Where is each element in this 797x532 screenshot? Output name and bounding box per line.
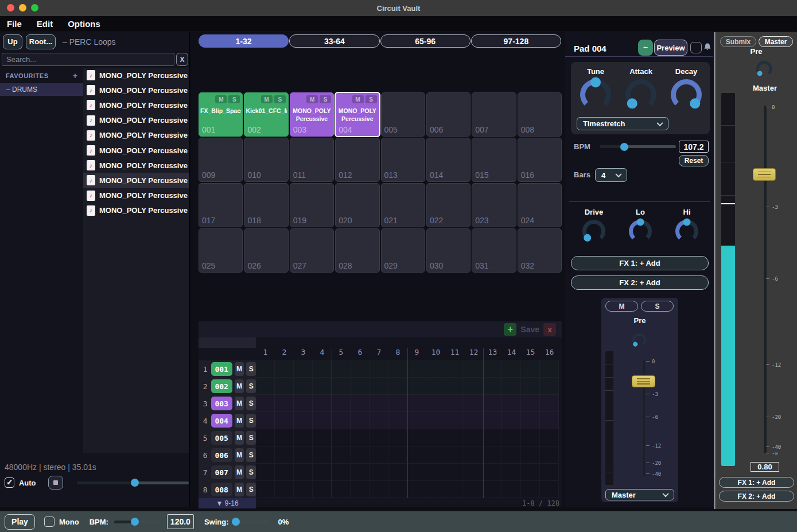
step-cell[interactable] (540, 395, 559, 412)
bank-tab[interactable]: 33-64 (289, 34, 379, 48)
step-cell[interactable] (313, 360, 332, 378)
pad-mute-chip[interactable]: M (352, 95, 364, 103)
pad[interactable]: 010 (244, 138, 288, 182)
pad[interactable]: 013 (381, 138, 425, 182)
step-cell[interactable] (426, 360, 445, 378)
row-pad-chip[interactable]: 002 (211, 379, 232, 393)
transport-bpm-slider[interactable] (114, 521, 160, 523)
step-cell[interactable] (483, 360, 502, 378)
pad[interactable]: 024 (518, 183, 562, 227)
step-cell[interactable] (388, 481, 407, 498)
step-grid[interactable] (256, 360, 559, 498)
pad-mute-chip[interactable]: M (215, 95, 227, 103)
pad[interactable]: 015 (472, 138, 516, 182)
step-cell[interactable] (407, 464, 426, 481)
step-cell[interactable] (464, 412, 483, 429)
step-cell[interactable] (426, 446, 445, 464)
pad[interactable]: 008 (518, 92, 562, 137)
drive-knob[interactable] (582, 220, 605, 243)
step-cell[interactable] (521, 360, 540, 378)
master-fx2-add-button[interactable]: FX 2: + Add (719, 491, 794, 502)
step-cell[interactable] (540, 360, 559, 378)
step-cell[interactable] (332, 378, 351, 395)
reset-bpm-button[interactable]: Reset (679, 155, 709, 166)
step-cell[interactable] (275, 360, 294, 378)
pad[interactable]: 007 (472, 92, 516, 137)
pad-fader-handle[interactable] (632, 375, 655, 387)
file-list-item[interactable]: ♪MONO_POLY Percussive Lo... (83, 173, 189, 188)
pad[interactable]: MSMONO_POLY Percussive Lo...003 (290, 92, 334, 137)
step-cell[interactable] (332, 481, 351, 498)
pad[interactable]: 014 (426, 138, 471, 182)
pad-solo-chip[interactable]: S (366, 95, 377, 103)
row-mute-button[interactable]: M (235, 483, 244, 496)
step-cell[interactable] (351, 429, 370, 446)
step-cell[interactable] (294, 464, 313, 481)
step-cell[interactable] (351, 446, 370, 464)
step-cell[interactable] (426, 429, 445, 446)
pad[interactable]: 028 (335, 228, 379, 273)
step-cell[interactable] (502, 412, 521, 429)
step-cell[interactable] (313, 378, 332, 395)
step-cell[interactable] (388, 378, 407, 395)
step-cell[interactable] (256, 412, 275, 429)
step-cell[interactable] (256, 429, 275, 446)
step-cell[interactable] (445, 395, 464, 412)
step-cell[interactable] (445, 464, 464, 481)
step-cell[interactable] (388, 360, 407, 378)
step-cell[interactable] (351, 395, 370, 412)
step-cell[interactable] (332, 446, 351, 464)
step-cell[interactable] (256, 395, 275, 412)
pad-mute-chip[interactable]: M (306, 95, 318, 103)
pad[interactable]: 022 (426, 183, 471, 227)
bank-tab[interactable]: 65-96 (380, 34, 471, 48)
pad-solo-chip[interactable]: S (228, 95, 240, 103)
step-cell[interactable] (351, 464, 370, 481)
file-list-item[interactable]: ♪MONO_POLY Percussive Lo... (83, 188, 189, 203)
step-cell[interactable] (540, 412, 559, 429)
step-cell[interactable] (502, 395, 521, 412)
step-cell[interactable] (256, 446, 275, 464)
row-solo-button[interactable]: S (246, 448, 256, 462)
slider-thumb[interactable] (131, 518, 139, 526)
play-button[interactable]: Play (5, 514, 35, 530)
pad-bpm-value[interactable]: 107.2 (679, 141, 709, 153)
row-mute-button[interactable]: M (235, 414, 244, 428)
step-cell[interactable] (502, 378, 521, 395)
stop-preview-button[interactable] (48, 476, 63, 490)
menu-item[interactable]: Options (68, 19, 100, 29)
step-cell[interactable] (275, 481, 294, 498)
pad[interactable]: 017 (199, 183, 243, 227)
slider-thumb[interactable] (620, 143, 628, 151)
step-cell[interactable] (351, 481, 370, 498)
step-cell[interactable] (407, 395, 426, 412)
step-cell[interactable] (332, 360, 351, 378)
file-list-item[interactable]: ♪MONO_POLY Percussive Lo... (83, 143, 189, 158)
row-solo-button[interactable]: S (246, 414, 256, 428)
pad[interactable]: MSMONO_POLY Percussive Lo...004 (335, 92, 379, 137)
step-cell[interactable] (332, 464, 351, 481)
row-pad-chip[interactable]: 001 (211, 362, 232, 376)
tab-submix[interactable]: Submix (720, 36, 756, 47)
step-cell[interactable] (294, 429, 313, 446)
row-mute-button[interactable]: M (235, 397, 244, 410)
step-cell[interactable] (370, 412, 388, 429)
minimize-window-icon[interactable] (19, 4, 26, 11)
pattern-tab[interactable] (199, 337, 256, 348)
bank-tab[interactable]: 97-128 (471, 34, 561, 48)
step-cell[interactable] (370, 446, 388, 464)
master-pan-knob[interactable] (756, 61, 772, 77)
close-window-icon[interactable] (7, 4, 14, 11)
step-cell[interactable] (445, 360, 464, 378)
tab-master[interactable]: Master (759, 36, 793, 47)
step-cell[interactable] (275, 395, 294, 412)
preview-volume-slider[interactable] (77, 481, 189, 484)
step-cell[interactable] (521, 446, 540, 464)
row-solo-button[interactable]: S (246, 483, 256, 496)
row-pad-chip[interactable]: 006 (211, 448, 232, 462)
pad[interactable]: MSFX_Blip_Space...001 (199, 92, 243, 137)
step-cell[interactable] (540, 481, 559, 498)
row-solo-button[interactable]: S (246, 397, 256, 410)
add-favourite-button[interactable]: + (73, 71, 77, 80)
pad-solo-chip[interactable]: S (320, 95, 331, 103)
